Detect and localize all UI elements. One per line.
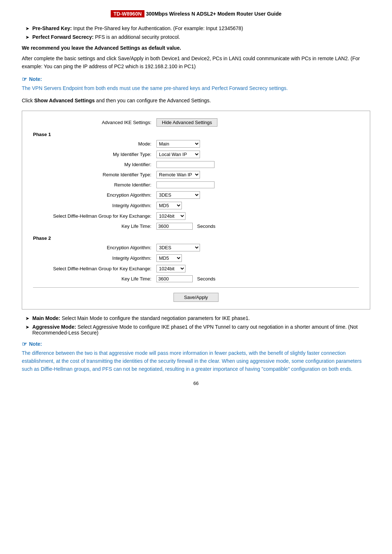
my-identifier-type-label: My Identifier Type:	[33, 152, 156, 157]
advanced-ike-label: Advanced IKE Settings:	[33, 120, 156, 125]
bullet-aggressive-text: Aggressive Mode: Select Aggressive Mode …	[32, 324, 370, 336]
p2-keylife-unit: Seconds	[197, 276, 216, 282]
p2-keylife-row: Key Life Time: Seconds	[33, 275, 359, 282]
bullet-pfs-body: PFS is an additional security protocol.	[94, 34, 180, 40]
p1-dh-row: Select Diffie-Hellman Group for Key Exch…	[33, 212, 359, 220]
bullet-pfs-text: Perfect Forward Secrecy: PFS is an addit…	[32, 34, 180, 40]
remote-identifier-input[interactable]	[156, 181, 215, 188]
phase2-section: Phase 2 Encryption Algorithm: 3DES AES D…	[33, 235, 359, 282]
p1-encryption-label: Encryption Algorithm:	[33, 192, 156, 198]
p1-integrity-label: Integrity Algorithm:	[33, 203, 156, 208]
bullet-aggressive-body: Select Aggressive Mode to configure IKE …	[32, 324, 358, 336]
bullet-main-text: Main Mode: Select Main Mode to configure…	[32, 315, 250, 321]
remote-identifier-type-select[interactable]: Local Wan IP Remote Wan IP	[156, 171, 200, 178]
note-icon-1: ☞	[22, 76, 27, 83]
p1-keylife-row: Key Life Time: Seconds	[33, 223, 359, 230]
note-label-1: ☞ Note:	[22, 76, 370, 83]
p2-integrity-control: MD5 SHA1	[156, 254, 359, 262]
my-identifier-input[interactable]	[156, 161, 215, 168]
note-text-1: The VPN Servers Endpoint from both ends …	[22, 84, 370, 92]
remote-identifier-type-label: Remote Identifier Type:	[33, 172, 156, 177]
my-identifier-label: My Identifier:	[33, 162, 156, 167]
note-icon-2: ☞	[22, 341, 27, 348]
p2-dh-control: 1024bit 2048bit	[156, 265, 359, 272]
click-suffix: and then you can configure the Advanced …	[95, 98, 211, 103]
p2-encryption-control: 3DES AES DES	[156, 244, 359, 251]
bullet-pfs: ➤ Perfect Forward Secrecy: PFS is an add…	[22, 34, 370, 40]
save-apply-button[interactable]: Save/Apply	[173, 293, 219, 302]
my-identifier-type-control: Local Wan IP Remote Wan IP	[156, 151, 359, 158]
bullet-pfs-label: Perfect Forward Secrecy:	[32, 34, 94, 40]
bullet-main-mode: ➤ Main Mode: Select Main Mode to configu…	[22, 315, 370, 321]
p2-encryption-select[interactable]: 3DES AES DES	[156, 244, 200, 251]
my-identifier-type-row: My Identifier Type: Local Wan IP Remote …	[33, 151, 359, 158]
p1-keylife-control: Seconds	[156, 223, 359, 230]
p2-encryption-row: Encryption Algorithm: 3DES AES DES	[33, 244, 359, 251]
p2-keylife-control: Seconds	[156, 275, 359, 282]
top-bullets: ➤ Pre-Shared Key: Input the Pre-Shared k…	[22, 25, 370, 40]
p2-dh-select[interactable]: 1024bit 2048bit	[156, 265, 185, 272]
click-bold: Show Advanced Settings	[34, 98, 95, 103]
bullet-main-body: Select Main Mode to configure the standa…	[60, 315, 250, 321]
hide-advanced-button[interactable]: Hide Advanced Settings	[156, 118, 217, 127]
bullet-preshared-body: Input the Pre-Shared key for Authenticat…	[72, 25, 243, 31]
bullet-arrow-1: ➤	[25, 26, 29, 31]
bullet-preshared-label: Pre-Shared Key:	[32, 25, 72, 31]
bullet-preshared: ➤ Pre-Shared Key: Input the Pre-Shared k…	[22, 25, 370, 31]
note-section-1: ☞ Note: The VPN Servers Endpoint from bo…	[22, 76, 370, 92]
bullet-preshared-text: Pre-Shared Key: Input the Pre-Shared key…	[32, 25, 243, 31]
recommend-text: We recommend you leave the Advanced Sett…	[22, 45, 370, 51]
phase1-section: Phase 1 Mode: Main Aggressive My Identif…	[33, 132, 359, 230]
bullet-arrow-4: ➤	[25, 324, 29, 330]
p1-integrity-select[interactable]: MD5 SHA1	[156, 202, 182, 209]
page-header: TD-W8960N300Mbps Wireless N ADSL2+ Modem…	[22, 11, 370, 17]
p2-keylife-input[interactable]	[156, 275, 193, 282]
mode-row: Mode: Main Aggressive	[33, 140, 359, 148]
bullet-arrow-3: ➤	[25, 316, 29, 321]
mode-control: Main Aggressive	[156, 140, 359, 148]
p2-encryption-label: Encryption Algorithm:	[33, 245, 156, 250]
p2-dh-row: Select Diffie-Hellman Group for Key Exch…	[33, 265, 359, 272]
body-text: After complete the basic settings and cl…	[22, 54, 370, 71]
p1-keylife-unit: Seconds	[197, 223, 216, 229]
note-text-2: The difference between the two is that a…	[22, 349, 370, 373]
p1-encryption-row: Encryption Algorithm: 3DES AES DES	[33, 191, 359, 199]
p1-keylife-label: Key Life Time:	[33, 223, 156, 229]
note-section-2: ☞ Note: The difference between the two i…	[22, 341, 370, 373]
p2-integrity-select[interactable]: MD5 SHA1	[156, 254, 182, 262]
p1-dh-select[interactable]: 1024bit 2048bit	[156, 212, 185, 220]
p1-integrity-row: Integrity Algorithm: MD5 SHA1	[33, 202, 359, 209]
click-prefix: Click	[22, 98, 34, 103]
p1-dh-control: 1024bit 2048bit	[156, 212, 359, 220]
bullet-aggressive-mode: ➤ Aggressive Mode: Select Aggressive Mod…	[22, 324, 370, 336]
hide-advanced-control: Hide Advanced Settings	[156, 118, 359, 127]
my-identifier-row: My Identifier:	[33, 161, 359, 168]
page-number: 66	[22, 381, 370, 386]
save-row: Save/Apply	[33, 293, 359, 302]
note-label-2: ☞ Note:	[22, 341, 370, 348]
remote-identifier-control	[156, 181, 359, 188]
form-divider	[33, 287, 359, 288]
p1-encryption-select[interactable]: 3DES AES DES	[156, 191, 200, 199]
p2-keylife-label: Key Life Time:	[33, 276, 156, 282]
phase1-title: Phase 1	[33, 132, 359, 137]
mode-label: Mode:	[33, 141, 156, 147]
note-label-text-1: Note:	[29, 76, 42, 82]
remote-identifier-type-row: Remote Identifier Type: Local Wan IP Rem…	[33, 171, 359, 178]
settings-header-row: Advanced IKE Settings: Hide Advanced Set…	[33, 118, 359, 127]
remote-identifier-type-control: Local Wan IP Remote Wan IP	[156, 171, 359, 178]
bullet-main-label: Main Mode:	[32, 315, 60, 321]
remote-identifier-row: Remote Identifier:	[33, 181, 359, 188]
p1-dh-label: Select Diffie-Hellman Group for Key Exch…	[33, 213, 156, 219]
p1-integrity-control: MD5 SHA1	[156, 202, 359, 209]
p2-integrity-row: Integrity Algorithm: MD5 SHA1	[33, 254, 359, 262]
bullet-arrow-2: ➤	[25, 34, 29, 40]
my-identifier-type-select[interactable]: Local Wan IP Remote Wan IP	[156, 151, 200, 158]
brand-label: TD-W8960N	[111, 10, 145, 17]
mode-select[interactable]: Main Aggressive	[156, 140, 200, 148]
bottom-bullets: ➤ Main Mode: Select Main Mode to configu…	[22, 315, 370, 336]
header-title: 300Mbps Wireless N ADSL2+ Modem Router U…	[146, 11, 281, 17]
p1-keylife-input[interactable]	[156, 223, 193, 230]
my-identifier-control	[156, 161, 359, 168]
p2-dh-label: Select Diffie-Hellman Group for Key Exch…	[33, 266, 156, 271]
